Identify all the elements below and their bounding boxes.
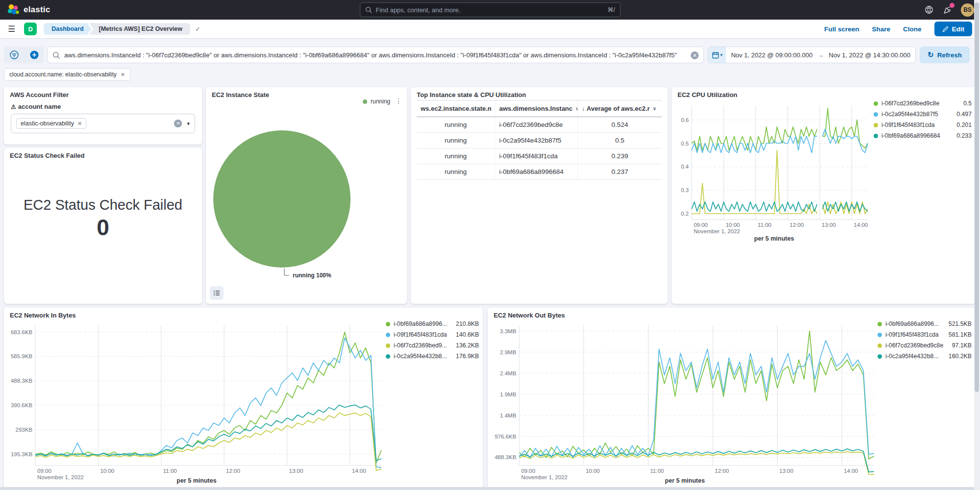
series-label: i-0bf69a686a8996... bbox=[885, 320, 939, 327]
panel-title: Top Instance state & CPU Utilization bbox=[417, 91, 526, 98]
combobox-clear-icon[interactable]: ✕ bbox=[174, 120, 182, 127]
calendar-button[interactable]: ▾ bbox=[708, 47, 726, 63]
svg-text:0.3: 0.3 bbox=[681, 187, 689, 193]
column-header-state[interactable]: ws.ec2.instance.state.n ∨ bbox=[417, 100, 495, 117]
refresh-button[interactable]: ↻ Refresh bbox=[920, 47, 970, 63]
cell-state[interactable]: running bbox=[417, 148, 495, 164]
saved-query-filter-icon[interactable] bbox=[4, 47, 24, 63]
date-to[interactable]: Nov 1, 2022 @ 14:30:00.000 bbox=[824, 51, 915, 59]
filter-pill-label: cloud.account.name: elastic-observabilit… bbox=[9, 71, 117, 78]
query-clear-icon[interactable]: ✕ bbox=[691, 51, 699, 59]
query-bar: aws.dimensions.InstanceId : "i-06f7cd236… bbox=[0, 39, 980, 68]
top-bar: elastic Find apps, content, and more. ⌘/… bbox=[0, 0, 980, 20]
help-icon[interactable] bbox=[924, 4, 934, 15]
panel-instance-state: EC2 Instance State running ⋮ running 100… bbox=[206, 87, 407, 304]
edit-button[interactable]: Edit bbox=[934, 22, 973, 36]
column-header-average[interactable]: ↓ Average of aws.ec2.r ∨ bbox=[578, 100, 662, 117]
account-selected-pill[interactable]: elastic-observability ✕ bbox=[16, 118, 86, 129]
legend-item[interactable]: i-0c2a95f4e432b87f50.497 bbox=[874, 111, 972, 118]
breadcrumb-current-page[interactable]: [Metrics AWS] EC2 Overview bbox=[89, 23, 190, 35]
series-value: 136.2KB bbox=[456, 342, 479, 349]
cell-state[interactable]: running bbox=[417, 164, 495, 179]
pie-chart[interactable]: running 100% bbox=[206, 102, 407, 293]
legend-item[interactable]: i-06f7cd2369bed9...136.2KB bbox=[386, 342, 479, 349]
account-name-label: ⚠ account name bbox=[11, 103, 61, 110]
pill-remove-icon[interactable]: ✕ bbox=[77, 121, 82, 127]
series-label: i-09f1f645f483f1cda bbox=[885, 331, 939, 338]
legend-item[interactable]: i-0bf69a686a89966840.233 bbox=[874, 132, 972, 139]
cell-average[interactable]: 0.237 bbox=[578, 164, 662, 179]
column-header-label: Average of aws.ec2.r bbox=[587, 105, 650, 112]
scrollbar-thumb[interactable] bbox=[975, 2, 979, 392]
query-search-icon bbox=[52, 51, 60, 61]
column-header-label: ws.ec2.instance.state.n bbox=[421, 105, 492, 112]
legend-item[interactable]: i-0c2a95f4e432b8...160.2KB bbox=[878, 353, 972, 360]
date-range-arrow-icon: → bbox=[818, 51, 824, 59]
breadcrumb: Dashboard [Metrics AWS] EC2 Overview ✓ bbox=[44, 23, 201, 35]
legend-item[interactable]: i-0c2a95f4e432b8...176.9KB bbox=[386, 353, 479, 360]
svg-text:683.6KB: 683.6KB bbox=[11, 329, 32, 335]
logo-text: elastic bbox=[24, 5, 50, 15]
series-value: 176.9KB bbox=[456, 353, 479, 360]
saved-check-icon[interactable]: ✓ bbox=[195, 25, 201, 33]
filter-remove-icon[interactable]: ✕ bbox=[121, 72, 125, 78]
series-color-dot bbox=[874, 101, 878, 106]
cpu-line-chart[interactable]: 0.60.50.40.30.209:00November 1, 202210:0… bbox=[677, 102, 872, 237]
network-in-line-chart[interactable]: 683.6KB585.9KB488.3KB390.6KB293KB195.3KB… bbox=[8, 321, 385, 483]
filter-pill[interactable]: cloud.account.name: elastic-observabilit… bbox=[4, 68, 130, 81]
cell-instance-id[interactable]: i-09f1f645f483f1cda bbox=[495, 148, 578, 164]
column-header-instance[interactable]: aws.dimensions.Instanc ∨ bbox=[495, 100, 578, 117]
elastic-logo[interactable]: elastic bbox=[7, 3, 50, 16]
cell-average[interactable]: 0.239 bbox=[578, 148, 662, 164]
newsfeed-icon[interactable] bbox=[942, 4, 953, 15]
cell-instance-id[interactable]: i-06f7cd2369bed9c8e bbox=[495, 117, 578, 132]
share-link[interactable]: Share bbox=[872, 25, 890, 33]
line-chart-svg: 0.60.50.40.30.209:00November 1, 202210:0… bbox=[677, 102, 872, 237]
cell-average[interactable]: 0.524 bbox=[578, 117, 662, 132]
cell-average[interactable]: 0.5 bbox=[578, 133, 662, 148]
cell-instance-id[interactable]: i-0bf69a686a8996684 bbox=[495, 164, 578, 179]
legend-toggle-button[interactable] bbox=[210, 286, 224, 300]
date-from[interactable]: Nov 1, 2022 @ 09:00:00.000 bbox=[726, 51, 817, 59]
combobox-chevron-icon[interactable]: ▾ bbox=[187, 121, 190, 127]
cell-state[interactable]: running bbox=[417, 133, 495, 148]
series-value: 0.201 bbox=[956, 122, 972, 128]
full-screen-link[interactable]: Full screen bbox=[824, 25, 859, 33]
add-filter-icon[interactable] bbox=[24, 47, 44, 63]
space-badge[interactable]: D bbox=[24, 23, 37, 35]
account-name-label-text: account name bbox=[18, 103, 61, 110]
legend-item[interactable]: i-0bf69a686a8996...521.5KB bbox=[878, 320, 972, 327]
svg-text:11:00: 11:00 bbox=[758, 222, 772, 228]
user-avatar[interactable]: BS bbox=[961, 3, 974, 17]
legend-item[interactable]: i-09f1f645f483f1cda581.1KB bbox=[878, 331, 972, 338]
series-color-dot bbox=[386, 333, 390, 337]
legend-item[interactable]: i-09f1f645f483f1cda140.6KB bbox=[386, 331, 479, 338]
legend-item[interactable]: i-06f7cd2369bed9c8e0.5 bbox=[874, 100, 972, 107]
legend-item[interactable]: i-09f1f645f483f1cda0.201 bbox=[874, 122, 972, 128]
vertical-scrollbar[interactable] bbox=[974, 0, 980, 490]
table-row[interactable]: runningi-0bf69a686a89966840.237 bbox=[417, 164, 662, 180]
kql-query-input[interactable]: aws.dimensions.InstanceId : "i-06f7cd236… bbox=[47, 47, 704, 63]
series-label: i-0bf69a686a8996... bbox=[394, 320, 447, 327]
series-color-dot bbox=[874, 134, 878, 138]
menu-hamburger-icon[interactable]: ☰ bbox=[8, 24, 15, 34]
svg-text:0.2: 0.2 bbox=[681, 211, 689, 217]
account-combobox[interactable]: elastic-observability ✕ ✕ ▾ bbox=[11, 114, 195, 133]
nav-actions: Full screen Share Clone Edit bbox=[824, 22, 972, 36]
cell-instance-id[interactable]: i-0c2a95f4e432b87f5 bbox=[495, 133, 578, 148]
global-search-input[interactable]: Find apps, content, and more. ⌘/ bbox=[360, 2, 621, 17]
table-row[interactable]: runningi-09f1f645f483f1cda0.239 bbox=[417, 148, 662, 164]
table-row[interactable]: runningi-0c2a95f4e432b87f50.5 bbox=[417, 133, 662, 148]
series-color-dot bbox=[874, 112, 878, 117]
series-color-dot bbox=[386, 354, 390, 359]
svg-text:1.9MB: 1.9MB bbox=[500, 392, 517, 397]
edit-button-label: Edit bbox=[952, 25, 965, 33]
clone-link[interactable]: Clone bbox=[903, 25, 922, 33]
network-out-line-chart[interactable]: 3.3MB2.9MB2.4MB1.9MB1.4MB976.6KB488.3KB0… bbox=[492, 321, 878, 483]
table-row[interactable]: runningi-06f7cd2369bed9c8e0.524 bbox=[417, 117, 662, 133]
legend-item[interactable]: i-06f7cd2369bed9c8e97.1KB bbox=[878, 342, 972, 349]
breadcrumb-dashboard[interactable]: Dashboard bbox=[44, 23, 91, 35]
chart-legend: i-0bf69a686a8996...210.8KBi-09f1f645f483… bbox=[386, 320, 479, 360]
cell-state[interactable]: running bbox=[417, 117, 495, 132]
legend-item[interactable]: i-0bf69a686a8996...210.8KB bbox=[386, 320, 479, 327]
